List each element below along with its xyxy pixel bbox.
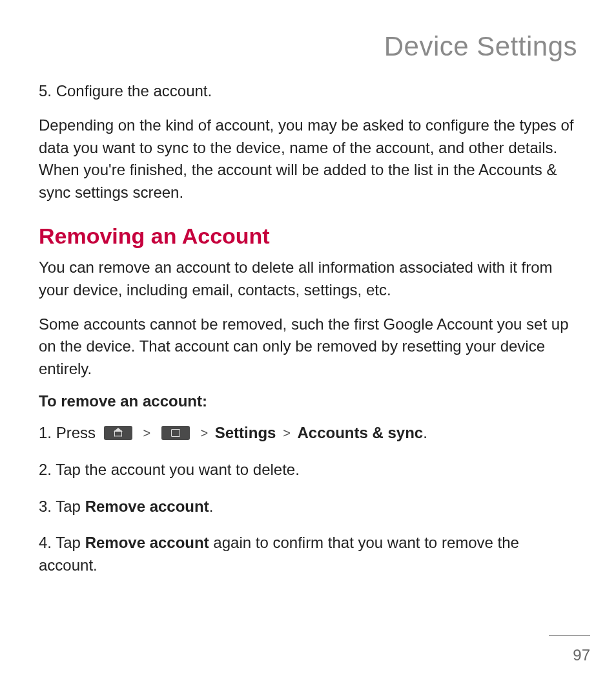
home-key-icon [104, 426, 132, 440]
step-3-remove-account: Remove account [85, 498, 209, 515]
chevron-icon: > [283, 426, 291, 440]
page-footer: 97 [549, 635, 590, 664]
removing-account-p2: Some accounts cannot be removed, such th… [39, 313, 577, 381]
step-3: 3. Tap Remove account. [39, 496, 577, 518]
step-4-remove-account: Remove account [85, 534, 209, 551]
step-1-period: . [423, 424, 427, 441]
step-1-accounts-sync: Accounts & sync [297, 424, 423, 441]
page-number: 97 [549, 646, 590, 664]
step-1: 1. Press > > Settings > Accounts & sync. [39, 422, 577, 445]
page-header-title: Device Settings [39, 31, 577, 62]
removing-account-p1: You can remove an account to delete all … [39, 257, 577, 302]
intro-paragraph: Depending on the kind of account, you ma… [39, 114, 577, 204]
chevron-icon: > [143, 426, 150, 440]
menu-key-icon [161, 426, 190, 440]
step-5-configure: 5. Configure the account. [39, 80, 577, 103]
chevron-icon: > [200, 426, 208, 440]
section-heading-removing-account: Removing an Account [39, 224, 577, 249]
step-3-prefix: 3. Tap [39, 498, 85, 515]
step-4: 4. Tap Remove account again to confirm t… [39, 532, 577, 577]
footer-rule [549, 635, 590, 636]
subheading-to-remove: To remove an account: [39, 392, 577, 410]
step-4-prefix: 4. Tap [39, 534, 85, 551]
step-1-prefix: 1. Press [39, 424, 100, 441]
step-2: 2. Tap the account you want to delete. [39, 459, 577, 481]
step-1-settings: Settings [215, 424, 276, 441]
step-3-suffix: . [209, 498, 214, 515]
document-page: Device Settings 5. Configure the account… [0, 0, 616, 694]
